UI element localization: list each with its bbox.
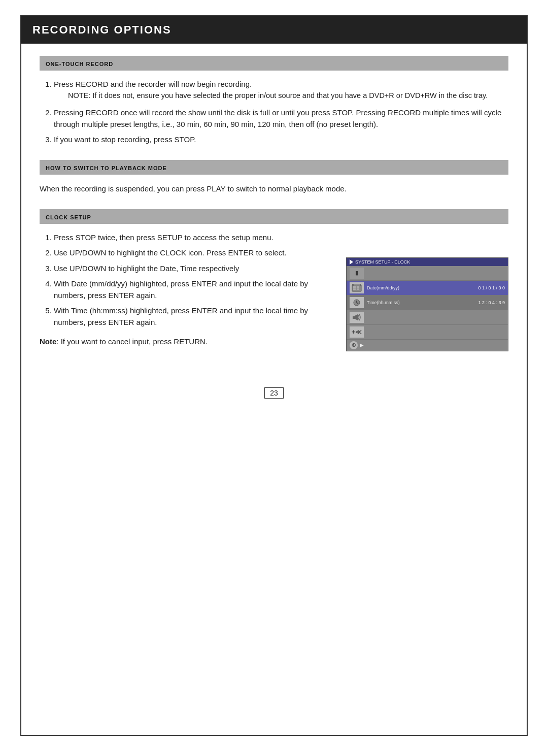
setup-row-time: Time(hh.mm.ss) 1 2 : 0 4 : 3 9 xyxy=(347,295,508,310)
title-bar: RECORDING OPTIONS xyxy=(21,16,527,44)
step-1: Press RECORD and the recorder will now b… xyxy=(54,79,508,101)
clock-step-2: Use UP/DOWN to highlight the CLOCK icon.… xyxy=(54,247,336,259)
setup-icon-time xyxy=(350,297,364,308)
clock-step-5: With Time (hh:mm:ss) highlighted, press … xyxy=(54,305,336,328)
svg-rect-3 xyxy=(353,288,356,290)
setup-row-plus: +≪ xyxy=(347,325,508,340)
svg-rect-4 xyxy=(357,288,359,290)
title-triangle-icon xyxy=(350,259,353,265)
setup-row-1: ▮ xyxy=(347,266,508,281)
setup-icon-1: ▮ xyxy=(350,268,364,279)
page-title: RECORDING OPTIONS xyxy=(32,23,516,37)
svg-rect-2 xyxy=(357,286,359,288)
svg-rect-0 xyxy=(352,285,361,291)
setup-icon-plus: +≪ xyxy=(350,326,364,338)
clock-step-1: Press STOP twice, then press SETUP to ac… xyxy=(54,232,336,244)
step-2: Pressing RECORD once will record the sho… xyxy=(54,107,508,130)
bottom-arrow-icon: ▶ xyxy=(360,342,364,348)
setup-row-sound xyxy=(347,310,508,325)
svg-rect-5 xyxy=(352,284,354,286)
outer-border: RECORDING OPTIONS ONE-TOUCH RECORD Press… xyxy=(20,15,528,736)
system-setup-ui: SYSTEM SETUP - CLOCK ▮ xyxy=(346,257,508,351)
setup-icon-date xyxy=(350,282,364,293)
clock-steps: Press STOP twice, then press SETUP to ac… xyxy=(40,232,336,346)
clock-step-4: With Date (mm/dd/yy) highlighted, press … xyxy=(54,278,336,301)
one-touch-record-steps: Press RECORD and the recorder will now b… xyxy=(54,79,508,146)
svg-rect-1 xyxy=(353,286,356,288)
clock-setup-header: CLOCK SETUP xyxy=(40,209,508,224)
setup-icon-sound xyxy=(350,312,364,323)
one-touch-record-header: ONE-TOUCH RECORD xyxy=(40,56,508,71)
setup-row-date: Date(mm/dd/yy) 0 1 / 0 1 / 0 0 xyxy=(347,281,508,295)
setup-ui-title-text: SYSTEM SETUP - CLOCK xyxy=(355,259,410,265)
circle-icon: ① xyxy=(350,341,358,349)
svg-marker-11 xyxy=(355,314,358,320)
content: ONE-TOUCH RECORD Press RECORD and the re… xyxy=(21,44,527,381)
playback-mode-text: When the recording is suspended, you can… xyxy=(40,183,508,195)
playback-mode-header: HOW TO SWITCH TO PLAYBACK MODE xyxy=(40,160,508,175)
clock-section-content: Press STOP twice, then press SETUP to ac… xyxy=(40,232,508,351)
clock-step-list: Press STOP twice, then press SETUP to ac… xyxy=(54,232,336,328)
svg-rect-10 xyxy=(353,316,355,319)
step-3: If you want to stop recording, press STO… xyxy=(54,134,508,146)
setup-value-time: 1 2 : 0 4 : 3 9 xyxy=(478,300,505,305)
playback-mode-section: HOW TO SWITCH TO PLAYBACK MODE When the … xyxy=(40,160,508,195)
step-1-note: NOTE: If it does not, ensure you have se… xyxy=(68,90,508,102)
setup-label-date: Date(mm/dd/yy) xyxy=(367,285,475,290)
setup-bottom-row: ① ▶ xyxy=(347,340,508,351)
cancel-note: Note: If you want to cancel input, press… xyxy=(40,337,336,346)
system-setup-clock-image: SYSTEM SETUP - CLOCK ▮ xyxy=(346,257,508,351)
svg-rect-6 xyxy=(360,284,361,286)
page-number: 23 xyxy=(21,381,527,401)
setup-label-time: Time(hh.mm.ss) xyxy=(367,300,475,305)
clock-setup-section: CLOCK SETUP Press STOP twice, then press… xyxy=(40,209,508,351)
page: RECORDING OPTIONS ONE-TOUCH RECORD Press… xyxy=(0,15,548,756)
setup-ui-title: SYSTEM SETUP - CLOCK xyxy=(347,258,508,266)
setup-value-date: 0 1 / 0 1 / 0 0 xyxy=(478,285,505,290)
one-touch-record-section: ONE-TOUCH RECORD Press RECORD and the re… xyxy=(40,56,508,146)
clock-step-3: Use UP/DOWN to highlight the Date, Time … xyxy=(54,263,336,275)
setup-ui-body: ▮ xyxy=(347,266,508,351)
